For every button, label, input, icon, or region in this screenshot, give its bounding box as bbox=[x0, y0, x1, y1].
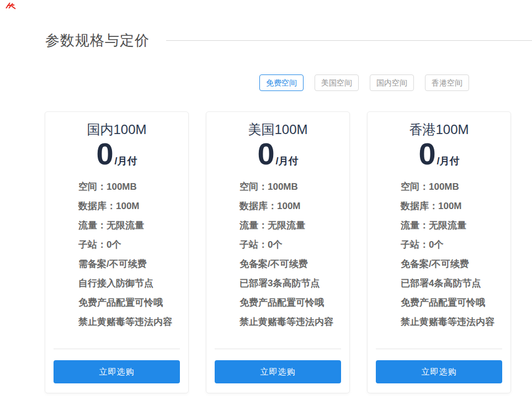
feature-item: 空间：100MB bbox=[401, 177, 510, 196]
pricing-cards-row: 国内100M 0/月付 空间：100MB 数据库：100M 流量：无限流量 子站… bbox=[45, 111, 511, 393]
feature-item: 禁止黄赌毒等违法内容 bbox=[78, 312, 188, 332]
feature-item: 需备案/不可续费 bbox=[78, 254, 188, 274]
price-value: 0 bbox=[257, 136, 274, 171]
feature-list: 空间：100MB 数据库：100M 流量：无限流量 子站：0个 免备案/不可续费… bbox=[368, 177, 510, 332]
feature-item: 子站：0个 bbox=[401, 235, 510, 254]
feature-item: 数据库：100M bbox=[78, 196, 188, 216]
feature-item: 流量：无限流量 bbox=[401, 216, 510, 235]
feature-item: 免备案/不可续费 bbox=[240, 254, 349, 274]
feature-item: 免费产品配置可怜哦 bbox=[78, 293, 188, 312]
feature-list: 空间：100MB 数据库：100M 流量：无限流量 子站：0个 免备案/不可续费… bbox=[206, 177, 349, 332]
plan-price: 0/月付 bbox=[206, 138, 349, 169]
plan-price: 0/月付 bbox=[45, 138, 188, 169]
plan-filter-tabs: 免费空间 美国空间 国内空间 香港空间 bbox=[259, 74, 469, 91]
feature-item: 子站：0个 bbox=[78, 235, 188, 254]
heading-divider-line bbox=[166, 40, 532, 41]
feature-item: 自行接入防御节点 bbox=[78, 274, 188, 293]
price-value: 0 bbox=[96, 136, 113, 171]
tab-cn-space[interactable]: 国内空间 bbox=[370, 74, 414, 91]
tab-us-space[interactable]: 美国空间 bbox=[315, 74, 359, 91]
buy-now-button[interactable]: 立即选购 bbox=[215, 360, 341, 383]
feature-item: 免费产品配置可怜哦 bbox=[240, 293, 349, 312]
page-title: 参数规格与定价 bbox=[45, 31, 150, 50]
tab-free-space[interactable]: 免费空间 bbox=[259, 74, 304, 91]
section-heading: 参数规格与定价 bbox=[45, 31, 532, 50]
pricing-card-cn: 国内100M 0/月付 空间：100MB 数据库：100M 流量：无限流量 子站… bbox=[45, 111, 189, 393]
pricing-page: 参数规格与定价 免费空间 美国空间 国内空间 香港空间 国内100M 0/月付 … bbox=[0, 0, 532, 406]
feature-item: 数据库：100M bbox=[401, 196, 510, 216]
buy-now-button[interactable]: 立即选购 bbox=[376, 360, 502, 383]
price-period: /月付 bbox=[437, 156, 460, 167]
plan-price: 0/月付 bbox=[368, 138, 510, 169]
feature-item: 禁止黄赌毒等违法内容 bbox=[401, 312, 510, 332]
price-period: /月付 bbox=[115, 156, 137, 167]
feature-item: 空间：100MB bbox=[78, 177, 188, 196]
feature-item: 子站：0个 bbox=[240, 235, 349, 254]
feature-item: 免备案/不可续费 bbox=[401, 254, 510, 274]
plan-title: 美国100M bbox=[206, 121, 349, 138]
card-divider bbox=[54, 349, 180, 349]
feature-item: 禁止黄赌毒等违法内容 bbox=[240, 312, 349, 332]
pricing-card-us: 美国100M 0/月付 空间：100MB 数据库：100M 流量：无限流量 子站… bbox=[206, 111, 350, 393]
card-divider bbox=[215, 349, 341, 349]
tab-hk-space[interactable]: 香港空间 bbox=[425, 74, 469, 91]
feature-item: 已部署3条高防节点 bbox=[240, 274, 349, 293]
feature-item: 流量：无限流量 bbox=[78, 216, 188, 235]
red-scribble-artifact bbox=[4, 2, 18, 10]
card-divider bbox=[376, 349, 502, 349]
feature-item: 流量：无限流量 bbox=[240, 216, 349, 235]
feature-item: 数据库：100M bbox=[240, 196, 349, 216]
feature-item: 已部署4条高防节点 bbox=[401, 274, 510, 293]
plan-title: 国内100M bbox=[45, 121, 188, 138]
price-period: /月付 bbox=[276, 156, 299, 167]
feature-item: 免费产品配置可怜哦 bbox=[401, 293, 510, 312]
feature-item: 空间：100MB bbox=[240, 177, 349, 196]
plan-title: 香港100M bbox=[368, 121, 510, 138]
price-value: 0 bbox=[418, 136, 435, 171]
pricing-card-hk: 香港100M 0/月付 空间：100MB 数据库：100M 流量：无限流量 子站… bbox=[367, 111, 511, 393]
buy-now-button[interactable]: 立即选购 bbox=[54, 360, 180, 383]
feature-list: 空间：100MB 数据库：100M 流量：无限流量 子站：0个 需备案/不可续费… bbox=[45, 177, 188, 332]
